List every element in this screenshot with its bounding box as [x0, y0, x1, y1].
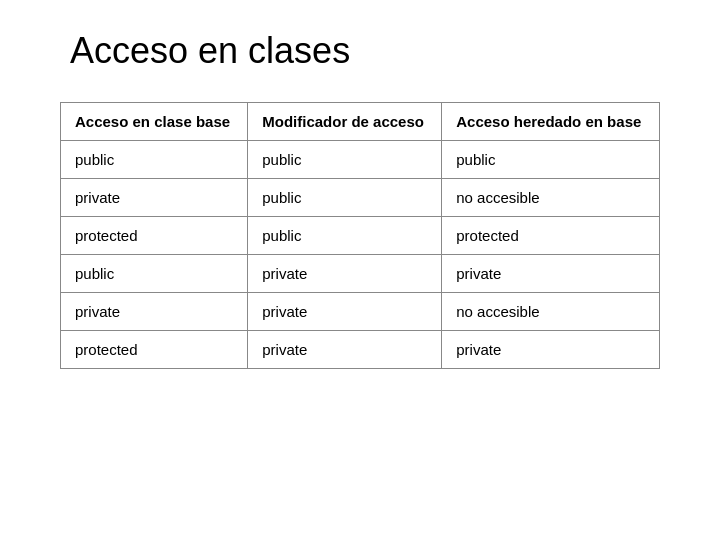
table-cell: private	[61, 293, 248, 331]
main-table-container: Acceso en clase baseModificador de acces…	[60, 102, 660, 369]
table-cell: no accesible	[442, 293, 660, 331]
table-cell: public	[248, 141, 442, 179]
table-cell: no accesible	[442, 179, 660, 217]
page-title: Acceso en clases	[70, 30, 350, 72]
table-cell: protected	[61, 217, 248, 255]
table-cell: protected	[61, 331, 248, 369]
table-cell: public	[248, 179, 442, 217]
table-cell: private	[248, 255, 442, 293]
table-cell: public	[442, 141, 660, 179]
table-row: publicprivateprivate	[61, 255, 660, 293]
table-cell: private	[248, 293, 442, 331]
table-row: protectedprivateprivate	[61, 331, 660, 369]
table-header-cell: Acceso heredado en base	[442, 103, 660, 141]
table-cell: private	[248, 331, 442, 369]
table-cell: private	[442, 255, 660, 293]
table-cell: protected	[442, 217, 660, 255]
access-table: Acceso en clase baseModificador de acces…	[60, 102, 660, 369]
table-header-cell: Acceso en clase base	[61, 103, 248, 141]
table-cell: public	[61, 141, 248, 179]
table-cell: private	[61, 179, 248, 217]
table-row: privateprivateno accesible	[61, 293, 660, 331]
table-cell: private	[442, 331, 660, 369]
table-header-cell: Modificador de acceso	[248, 103, 442, 141]
table-cell: public	[248, 217, 442, 255]
table-row: publicpublicpublic	[61, 141, 660, 179]
table-row: privatepublicno accesible	[61, 179, 660, 217]
table-cell: public	[61, 255, 248, 293]
table-row: protectedpublicprotected	[61, 217, 660, 255]
